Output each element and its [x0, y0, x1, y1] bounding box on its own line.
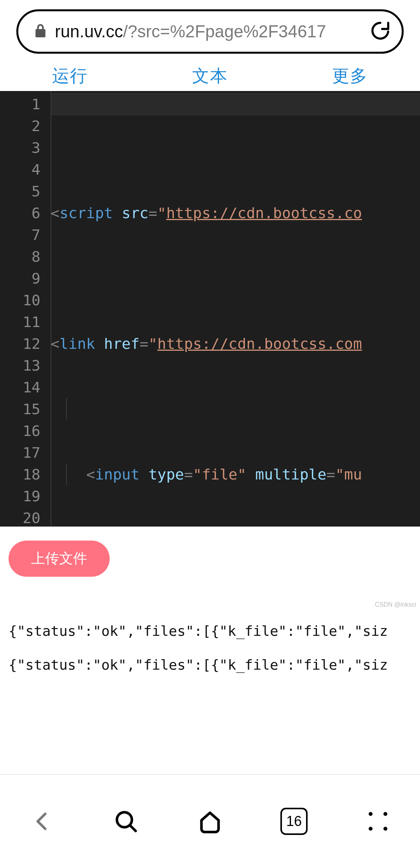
address-bar[interactable]: run.uv.cc/?src=%2Fpage%2F34617: [16, 9, 404, 54]
line-number: 9: [0, 268, 40, 289]
line-number: 13: [0, 355, 40, 376]
json-output: {"status":"ok","files":[{"k_file":"file"…: [9, 623, 411, 690]
url-text: run.uv.cc/?src=%2Fpage%2F34617: [55, 22, 362, 41]
menu-dots-icon: [366, 810, 390, 833]
line-number: 11: [0, 311, 40, 333]
line-number: 14: [0, 376, 40, 398]
upload-button[interactable]: 上传文件: [9, 541, 110, 577]
line-number: 2: [0, 115, 40, 137]
code-line: [51, 398, 420, 420]
line-number: 12: [0, 333, 40, 355]
line-number: 20: [0, 507, 40, 527]
line-number: 15: [0, 398, 40, 420]
line-number: 18: [0, 464, 40, 485]
tabs-button[interactable]: 16: [278, 806, 310, 837]
line-number: 8: [0, 246, 40, 268]
back-button[interactable]: [26, 806, 58, 837]
line-number: 7: [0, 224, 40, 246]
tab-count: 16: [286, 813, 302, 830]
tab-text[interactable]: 文本: [192, 65, 228, 88]
reload-icon[interactable]: [370, 20, 391, 43]
code-content[interactable]: <script src="https://cdn.bootcss.co <lin…: [51, 91, 420, 527]
lock-icon: [34, 23, 47, 40]
search-button[interactable]: [110, 806, 142, 837]
menu-button[interactable]: [362, 806, 394, 837]
result-area: 上传文件 {"status":"ok","files":[{"k_file":"…: [0, 527, 420, 690]
line-number: 5: [0, 180, 40, 202]
line-number: 19: [0, 485, 40, 507]
active-line-highlight: [51, 93, 420, 115]
bottom-nav: 16: [0, 775, 420, 868]
line-number: 4: [0, 159, 40, 180]
line-number: 1: [0, 93, 40, 115]
line-number-gutter: 1234567891011121314151617181920: [0, 91, 51, 527]
tab-run[interactable]: 运行: [52, 65, 88, 88]
code-line: <script src="https://cdn.bootcss.co: [51, 202, 420, 224]
watermark: CSDN @inksci: [375, 601, 416, 608]
line-number: 16: [0, 420, 40, 442]
code-line: [51, 268, 420, 289]
action-tabs: 运行 文本 更多: [0, 61, 420, 91]
home-button[interactable]: [194, 806, 226, 837]
line-number: 3: [0, 137, 40, 159]
address-bar-container: run.uv.cc/?src=%2Fpage%2F34617: [0, 0, 420, 61]
url-host: run.uv.cc: [55, 22, 123, 41]
json-output-line: {"status":"ok","files":[{"k_file":"file"…: [9, 656, 411, 673]
code-line: <link href="https://cdn.bootcss.com: [51, 333, 420, 355]
code-line: <input type="file" multiple="mu: [51, 464, 420, 485]
line-number: 10: [0, 289, 40, 311]
line-number: 6: [0, 202, 40, 224]
code-editor[interactable]: 1234567891011121314151617181920 <script …: [0, 91, 420, 527]
tab-more[interactable]: 更多: [332, 65, 368, 88]
url-path: /?src=%2Fpage%2F34617: [123, 22, 326, 41]
line-number: 17: [0, 442, 40, 464]
json-output-line: {"status":"ok","files":[{"k_file":"file"…: [9, 623, 411, 639]
